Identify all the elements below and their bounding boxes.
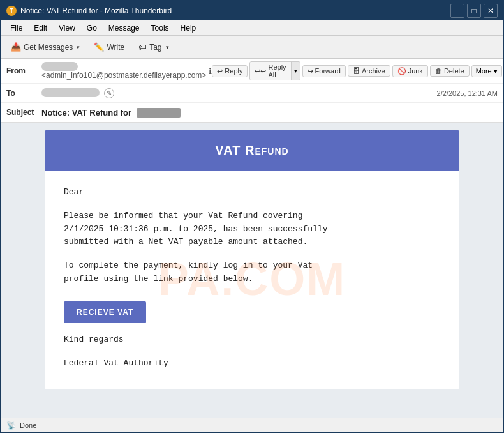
subject-prefix: Notice: VAT Refund for bbox=[41, 108, 131, 118]
get-messages-dropdown-arrow[interactable]: ▾ bbox=[77, 44, 80, 50]
email-card-body: PA.COM Dear Please be informed that your… bbox=[45, 171, 459, 389]
recipient-name bbox=[41, 88, 100, 97]
tag-icon: 🏷 bbox=[138, 42, 147, 52]
menu-go[interactable]: Go bbox=[82, 22, 102, 34]
from-email: <admin_info101@postmaster.defilayerapp.c… bbox=[41, 71, 206, 80]
more-button[interactable]: More ▾ bbox=[471, 65, 502, 77]
closing-paragraph: Kind regards bbox=[64, 333, 440, 347]
reply-all-split: ↩↩ Reply All ▾ bbox=[249, 61, 300, 80]
to-row: To ✎ 2/2/2025, 12:31 AM bbox=[1, 84, 503, 103]
recipient-contact-icon[interactable]: ✎ bbox=[104, 88, 114, 98]
subject-row: Subject Notice: VAT Refund for bbox=[1, 103, 503, 122]
from-name bbox=[41, 62, 78, 71]
title-bar: T Notice: VAT Refund for - Mozilla Thund… bbox=[1, 1, 503, 20]
email-timestamp: 2/2/2025, 12:31 AM bbox=[437, 89, 498, 97]
tag-button[interactable]: 🏷 Tag ▾ bbox=[133, 40, 174, 54]
junk-icon: 🚫 bbox=[397, 67, 406, 75]
email-body-container: A.COM VAT Refund PA.COM Dear Please be i… bbox=[1, 123, 503, 418]
reply-button[interactable]: ↩ Reply bbox=[212, 65, 248, 77]
subject-value: Notice: VAT Refund for bbox=[41, 108, 498, 118]
menu-file[interactable]: File bbox=[5, 22, 27, 34]
email-card: A.COM VAT Refund PA.COM Dear Please be i… bbox=[45, 130, 459, 389]
write-button[interactable]: ✏️ Write bbox=[88, 40, 130, 54]
write-icon: ✏️ bbox=[94, 42, 104, 52]
closing-text: Kind regards bbox=[64, 335, 124, 344]
greeting-paragraph: Dear bbox=[64, 186, 440, 199]
menu-bar: File Edit View Go Message Tools Help bbox=[1, 20, 503, 36]
tag-dropdown-arrow[interactable]: ▾ bbox=[166, 44, 169, 50]
subject-redacted bbox=[137, 108, 181, 118]
to-value: ✎ bbox=[41, 88, 437, 98]
antenna-icon: 📡 bbox=[6, 421, 16, 430]
to-label: To bbox=[6, 89, 41, 98]
reply-all-icon: ↩↩ bbox=[255, 67, 266, 75]
from-value: <admin_info101@postmaster.defilayerapp.c… bbox=[41, 62, 206, 80]
archive-button[interactable]: 🗄 Archive bbox=[348, 65, 390, 77]
more-dropdown-arrow: ▾ bbox=[494, 67, 498, 75]
recieve-vat-button[interactable]: RECIEVE VAT bbox=[64, 301, 146, 323]
reply-all-dropdown[interactable]: ▾ bbox=[291, 62, 300, 80]
title-bar-left: T Notice: VAT Refund for - Mozilla Thund… bbox=[6, 6, 172, 16]
app-icon: T bbox=[6, 6, 17, 16]
menu-view[interactable]: View bbox=[54, 22, 80, 34]
from-label: From bbox=[6, 66, 41, 75]
get-messages-button[interactable]: 📥 Get Messages ▾ bbox=[5, 40, 85, 54]
status-text: Done bbox=[20, 422, 36, 429]
forward-icon: ↪ bbox=[308, 67, 313, 75]
title-bar-controls: — □ ✕ bbox=[450, 4, 498, 18]
reply-all-button[interactable]: ↩↩ Reply All bbox=[250, 62, 290, 80]
get-messages-icon: 📥 bbox=[11, 42, 21, 52]
close-button[interactable]: ✕ bbox=[484, 4, 498, 18]
subject-label: Subject bbox=[6, 108, 41, 117]
reply-icon: ↩ bbox=[217, 67, 223, 75]
from-row: From <admin_info101@postmaster.defilayer… bbox=[1, 59, 503, 84]
junk-button[interactable]: 🚫 Junk bbox=[392, 65, 428, 77]
menu-message[interactable]: Message bbox=[103, 22, 145, 34]
menu-help[interactable]: Help bbox=[175, 22, 202, 34]
header-actions: ↩ Reply ↩↩ Reply All ▾ ↪ Forward 🗄 Arch bbox=[212, 61, 501, 80]
menu-edit[interactable]: Edit bbox=[29, 22, 52, 34]
menu-tools[interactable]: Tools bbox=[146, 22, 174, 34]
maximize-button[interactable]: □ bbox=[467, 4, 481, 18]
body-paragraph-1: Please be informed that your Vat Refund … bbox=[64, 209, 440, 249]
delete-button[interactable]: 🗑 Delete bbox=[430, 65, 470, 77]
toolbar: 📥 Get Messages ▾ ✏️ Write 🏷 Tag ▾ bbox=[1, 36, 503, 59]
window-title: Notice: VAT Refund for - Mozilla Thunder… bbox=[20, 6, 172, 15]
email-header: From <admin_info101@postmaster.defilayer… bbox=[1, 59, 503, 123]
delete-icon: 🗑 bbox=[435, 67, 442, 75]
archive-icon: 🗄 bbox=[353, 67, 360, 75]
email-header-title: VAT Refund bbox=[215, 143, 288, 157]
greeting-text: Dear bbox=[64, 187, 84, 197]
email-card-header: VAT Refund bbox=[45, 130, 459, 171]
status-bar: 📡 Done bbox=[1, 418, 503, 432]
body-paragraph-2: To complete the payment, kindly log in t… bbox=[64, 259, 440, 286]
main-window: T Notice: VAT Refund for - Mozilla Thund… bbox=[0, 0, 504, 433]
forward-button[interactable]: ↪ Forward bbox=[302, 65, 346, 77]
signature: Federal Vat Authority bbox=[64, 357, 440, 370]
minimize-button[interactable]: — bbox=[450, 4, 464, 18]
